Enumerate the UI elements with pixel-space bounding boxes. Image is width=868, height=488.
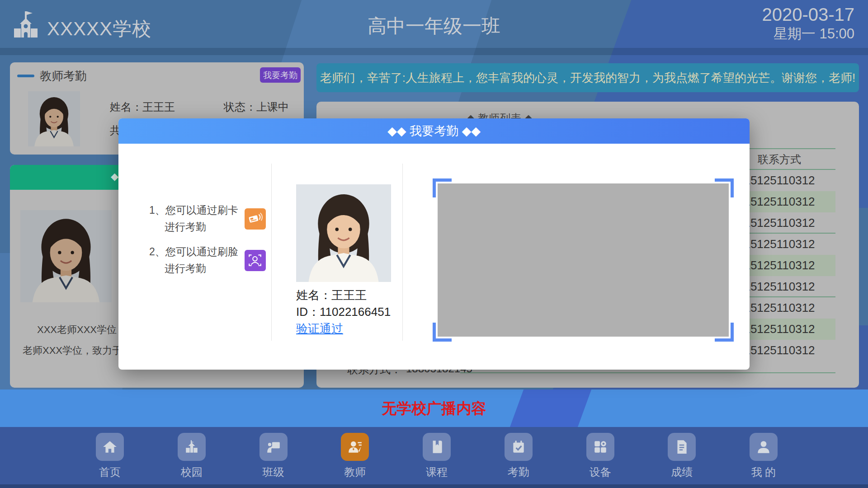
header-shadow bbox=[0, 48, 868, 55]
camera-preview-area bbox=[438, 183, 729, 337]
teacher-message-text: 老师们，辛苦了:人生旅程上，您丰富我的心灵，开发我的智力，为我点燃了希望的光芒。… bbox=[320, 71, 855, 84]
modal-divider bbox=[402, 164, 403, 341]
teacher-icon bbox=[341, 433, 369, 461]
smart-class-board-screen: XXXXX学校 高中一年级一班 2020-03-17 星期一 15:00 教师考… bbox=[0, 0, 868, 488]
card-swipe-icon bbox=[245, 208, 266, 230]
nav-bottom-strip bbox=[0, 484, 868, 488]
status-value: 上课中 bbox=[256, 101, 289, 113]
broadcast-text: 无学校广播内容 bbox=[0, 389, 868, 427]
class-icon bbox=[259, 433, 288, 461]
verify-status-link[interactable]: 验证通过 bbox=[296, 321, 343, 337]
course-icon bbox=[423, 433, 451, 461]
diamond-icon: ◆ bbox=[111, 171, 118, 183]
nav-item-score[interactable]: 成绩 bbox=[668, 433, 696, 479]
date-text: 2020-03-17 bbox=[762, 4, 854, 25]
teacher-attendance-title: 教师考勤 bbox=[40, 68, 87, 84]
instructions-block: 1、您可以通过刷卡 进行考勤 2、您可以通过刷脸 进行考勤 bbox=[149, 202, 267, 277]
table-separator-line bbox=[460, 372, 835, 373]
modal-divider bbox=[271, 164, 272, 341]
modal-name-field: 姓名：王王王 bbox=[296, 287, 367, 303]
nav-item-mine[interactable]: 我 的 bbox=[750, 433, 778, 479]
modal-name-label: 姓名： bbox=[296, 288, 331, 302]
device-icon bbox=[586, 433, 614, 461]
camera-bracket-icon bbox=[715, 323, 734, 342]
nav-item-campus[interactable]: 校园 bbox=[178, 433, 206, 479]
nav-label: 教师 bbox=[344, 465, 366, 479]
name-value: 王王王 bbox=[142, 101, 175, 113]
nav-label: 考勤 bbox=[508, 465, 529, 479]
school-name: XXXXX学校 bbox=[47, 16, 151, 42]
instruction-line: 进行考勤 bbox=[149, 219, 238, 235]
nav-label: 成绩 bbox=[671, 465, 693, 479]
campus-icon bbox=[178, 433, 206, 461]
teacher-message-bar: 老师们，辛苦了:人生旅程上，您丰富我的心灵，开发我的智力，为我点燃了希望的光芒。… bbox=[316, 63, 859, 92]
nav-item-attendance[interactable]: 考勤 bbox=[505, 433, 533, 479]
datetime-block: 2020-03-17 星期一 15:00 bbox=[762, 4, 854, 42]
camera-bracket-icon bbox=[715, 178, 734, 197]
score-icon bbox=[668, 433, 696, 461]
nav-item-class[interactable]: 班级 bbox=[259, 433, 288, 479]
nav-label: 课程 bbox=[426, 465, 448, 479]
attendance-icon bbox=[505, 433, 533, 461]
section-dash bbox=[17, 75, 34, 77]
class-title: 高中一年级一班 bbox=[368, 14, 500, 39]
nav-label: 校园 bbox=[181, 465, 203, 479]
modal-name-value: 王王王 bbox=[331, 288, 367, 302]
modal-id-field: ID：11022166451 bbox=[296, 304, 391, 320]
teacher-status-field: 状态：上课中 bbox=[224, 100, 289, 114]
teacher-photo-small bbox=[28, 91, 80, 146]
nav-item-device[interactable]: 设备 bbox=[586, 433, 614, 479]
profile-icon bbox=[750, 433, 778, 461]
header-bar: XXXXX学校 高中一年级一班 2020-03-17 星期一 15:00 bbox=[0, 0, 868, 54]
modal-id-label: ID： bbox=[296, 305, 320, 319]
nav-label: 设备 bbox=[590, 465, 611, 479]
broadcast-banner: 无学校广播内容 bbox=[0, 389, 868, 427]
verified-teacher-photo bbox=[296, 184, 391, 282]
camera-bracket-icon bbox=[433, 323, 452, 342]
nav-item-home[interactable]: 首页 bbox=[96, 433, 124, 479]
face-scan-icon bbox=[245, 250, 266, 271]
camera-bracket-icon bbox=[433, 178, 452, 197]
instruction-face-scan: 2、您可以通过刷脸 进行考勤 bbox=[149, 244, 267, 277]
name-label: 姓名： bbox=[110, 101, 142, 113]
attendance-button[interactable]: 我要考勤 bbox=[260, 67, 301, 83]
instruction-card-swipe: 1、您可以通过刷卡 进行考勤 bbox=[149, 202, 267, 235]
nav-label: 首页 bbox=[99, 465, 121, 479]
attendance-modal: ◆◆ 我要考勤 ◆◆ 1、您可以通过刷卡 进行考勤 2、您可以通过刷脸 进行考勤 bbox=[118, 118, 750, 370]
school-logo-icon bbox=[12, 9, 41, 39]
instruction-line: 1、您可以通过刷卡 bbox=[149, 202, 238, 219]
instruction-line: 进行考勤 bbox=[149, 260, 238, 277]
modal-id-value: 11022166451 bbox=[320, 305, 391, 319]
teacher-photo-large bbox=[20, 210, 112, 302]
nav-label: 班级 bbox=[263, 465, 284, 479]
instruction-line: 2、您可以通过刷脸 bbox=[149, 244, 238, 260]
teacher-name-field: 姓名：王王王 bbox=[110, 100, 175, 114]
modal-title-bar: ◆◆ 我要考勤 ◆◆ bbox=[118, 118, 750, 144]
nav-label: 我 的 bbox=[751, 465, 776, 479]
status-label: 状态： bbox=[224, 101, 256, 113]
nav-item-course[interactable]: 课程 bbox=[423, 433, 451, 479]
weekday-time-text: 星期一 15:00 bbox=[762, 25, 854, 42]
home-icon bbox=[96, 433, 124, 461]
nav-item-teacher[interactable]: 教师 bbox=[341, 433, 369, 479]
bottom-nav-bar: 首页 校园 班级 教师 课程 bbox=[0, 427, 868, 488]
